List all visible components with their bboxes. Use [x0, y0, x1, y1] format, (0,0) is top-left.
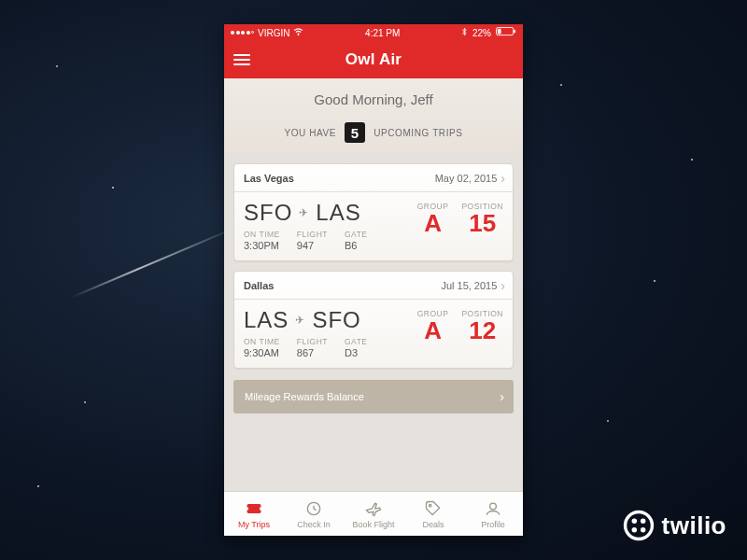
gate-value: B6 — [345, 240, 368, 251]
clock-icon — [304, 499, 323, 518]
svg-point-8 — [631, 519, 636, 524]
on-time-label: ON TIME — [244, 230, 280, 239]
group-value: A — [417, 209, 449, 238]
svg-point-7 — [625, 512, 652, 539]
route-to: LAS — [316, 200, 360, 226]
trip-date: Jul 15, 2015 — [274, 280, 500, 291]
svg-rect-3 — [514, 30, 515, 34]
position-value: 15 — [461, 209, 503, 238]
plane-icon: ✈ — [299, 206, 309, 219]
hero: Good Morning, Jeff YOU HAVE 5 UPCOMING T… — [224, 78, 523, 154]
bluetooth-icon — [461, 27, 468, 38]
gate-value: D3 — [345, 347, 368, 358]
twilio-brand: twilio — [623, 510, 726, 541]
trip-card[interactable]: Las Vegas May 02, 2015 › SFO ✈ LAS ON TI… — [233, 163, 514, 261]
route-from: LAS — [244, 307, 289, 333]
gate-label: GATE — [345, 230, 368, 239]
trip-date: May 02, 2015 — [294, 173, 501, 184]
svg-point-5 — [430, 504, 431, 506]
svg-point-0 — [298, 34, 300, 35]
battery-pct-label: 22% — [472, 28, 491, 38]
depart-time: 3:30PM — [244, 240, 280, 251]
tag-icon — [424, 499, 443, 518]
tab-bar: My Trips Check In Book Flight Deals Prof… — [224, 491, 523, 536]
tab-my-trips[interactable]: My Trips — [224, 492, 284, 536]
status-bar: VIRGIN 4:21 PM 22% — [224, 24, 523, 41]
navbar: Owl Air — [224, 41, 523, 78]
trip-destination: Las Vegas — [244, 173, 294, 184]
tab-label: Deals — [422, 520, 444, 529]
you-have-label: YOU HAVE — [284, 128, 336, 138]
route-to: SFO — [312, 307, 360, 333]
twilio-logo-icon — [623, 510, 655, 541]
svg-point-6 — [490, 503, 497, 510]
plane-icon — [364, 499, 383, 518]
gate-label: GATE — [345, 337, 368, 346]
mileage-rewards-label: Mileage Rewards Balance — [245, 391, 500, 402]
tab-book-flight[interactable]: Book Flight — [344, 492, 403, 536]
carrier-label: VIRGIN — [258, 28, 289, 38]
trip-card[interactable]: Dallas Jul 15, 2015 › LAS ✈ SFO ON TIME9… — [233, 271, 514, 369]
svg-rect-2 — [498, 29, 501, 34]
clock-label: 4:21 PM — [365, 28, 400, 38]
profile-icon — [484, 499, 502, 518]
tab-label: My Trips — [238, 520, 270, 529]
plane-icon: ✈ — [295, 314, 305, 327]
upcoming-label: UPCOMING TRIPS — [374, 128, 462, 138]
wifi-icon — [293, 28, 303, 38]
trip-count-badge: 5 — [345, 122, 365, 143]
greeting-text: Good Morning, Jeff — [224, 91, 523, 107]
on-time-label: ON TIME — [244, 337, 280, 346]
chevron-right-icon: › — [500, 279, 505, 292]
twilio-wordmark: twilio — [662, 511, 726, 540]
tab-label: Check In — [297, 520, 331, 529]
upcoming-trips-counter: YOU HAVE 5 UPCOMING TRIPS — [224, 122, 523, 143]
position-value: 12 — [461, 316, 503, 345]
tab-deals[interactable]: Deals — [403, 492, 463, 536]
flight-label: FLIGHT — [297, 337, 328, 346]
signal-dots-icon — [231, 31, 254, 35]
chevron-right-icon: › — [500, 390, 504, 403]
phone-screen: VIRGIN 4:21 PM 22% Owl Air Good Morning,… — [224, 24, 523, 536]
svg-point-9 — [641, 519, 645, 524]
tab-profile[interactable]: Profile — [463, 492, 523, 536]
chevron-right-icon: › — [500, 172, 505, 185]
route-from: SFO — [244, 200, 292, 226]
ticket-icon — [245, 499, 263, 518]
svg-point-11 — [641, 527, 645, 532]
mileage-rewards-row[interactable]: Mileage Rewards Balance › — [233, 380, 514, 413]
flight-label: FLIGHT — [297, 230, 328, 239]
trip-destination: Dallas — [244, 280, 274, 291]
depart-time: 9:30AM — [244, 347, 280, 358]
flight-number: 867 — [297, 347, 328, 358]
group-value: A — [417, 316, 449, 345]
svg-point-10 — [631, 527, 636, 532]
app-title: Owl Air — [224, 50, 523, 69]
tab-check-in[interactable]: Check In — [284, 492, 344, 536]
tab-label: Book Flight — [352, 520, 394, 529]
battery-icon — [496, 27, 516, 38]
flight-number: 947 — [297, 240, 328, 251]
tab-label: Profile — [481, 520, 505, 529]
